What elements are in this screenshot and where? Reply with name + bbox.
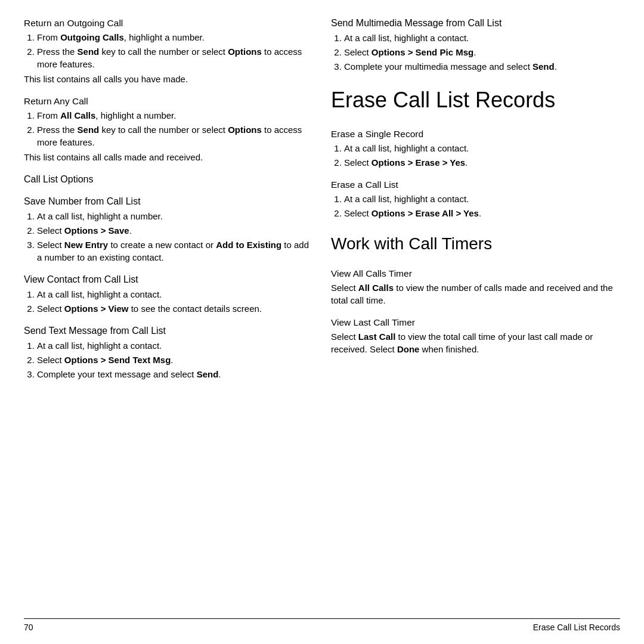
list-item: Select Options > Save.: [37, 224, 313, 237]
list-item: Select New Entry to create a new contact…: [37, 239, 313, 264]
list-item: At a call list, highlight a contact.: [344, 193, 620, 205]
footer: 70 Erase Call List Records: [24, 618, 620, 632]
footer-page-number: 70: [24, 623, 33, 632]
section-save-number: Save Number from Call List At a call lis…: [24, 196, 313, 266]
list-item: Select Options > View to see the contact…: [37, 302, 313, 315]
list-item: From Outgoing Calls, highlight a number.: [37, 31, 313, 44]
section-view-all-timer: View All Calls Timer Select All Calls to…: [331, 268, 620, 309]
list-item: Select Options > Send Pic Msg.: [344, 46, 620, 58]
return-outgoing-heading: Return an Outgoing Call: [24, 18, 313, 29]
section-send-multimedia: Send Multimedia Message from Call List A…: [331, 18, 620, 75]
view-all-timer-text: Select All Calls to view the number of c…: [331, 281, 620, 306]
list-item: Select Options > Erase > Yes.: [344, 156, 620, 169]
send-multimedia-list: At a call list, highlight a contact. Sel…: [344, 32, 620, 73]
return-outgoing-note: This list contains all calls you have ma…: [24, 73, 313, 85]
content-area: Return an Outgoing Call From Outgoing Ca…: [24, 18, 620, 612]
save-number-list: At a call list, highlight a number. Sele…: [37, 210, 313, 264]
list-item: From All Calls, highlight a number.: [37, 109, 313, 122]
view-contact-list: At a call list, highlight a contact. Sel…: [37, 288, 313, 315]
return-any-list: From All Calls, highlight a number. Pres…: [37, 109, 313, 148]
right-column: Send Multimedia Message from Call List A…: [331, 18, 620, 612]
list-item: At a call list, highlight a contact.: [344, 32, 620, 44]
page-container: Return an Outgoing Call From Outgoing Ca…: [0, 0, 644, 644]
section-erase-heading: Erase Call List Records: [331, 83, 620, 120]
list-item: At a call list, highlight a contact.: [37, 288, 313, 301]
erase-call-list-heading: Erase Call List Records: [331, 88, 620, 112]
list-item: Press the Send key to call the number or…: [37, 45, 313, 70]
erase-list-heading: Erase a Call List: [331, 179, 620, 190]
section-return-outgoing: Return an Outgoing Call From Outgoing Ca…: [24, 18, 313, 88]
send-text-heading: Send Text Message from Call List: [24, 326, 313, 336]
erase-single-heading: Erase a Single Record: [331, 129, 620, 140]
list-item: Complete your multimedia message and sel…: [344, 60, 620, 73]
work-call-timers-heading: Work with Call Timers: [331, 235, 620, 253]
list-item: Complete your text message and select Se…: [37, 368, 313, 380]
save-number-heading: Save Number from Call List: [24, 196, 313, 207]
view-last-timer-text: Select Last Call to view the total call …: [331, 330, 620, 355]
call-list-options-heading: Call List Options: [24, 174, 313, 185]
list-item: Select Options > Send Text Msg.: [37, 354, 313, 366]
list-item: Press the Send key to call the number or…: [37, 123, 313, 148]
left-column: Return an Outgoing Call From Outgoing Ca…: [24, 18, 313, 612]
send-text-list: At a call list, highlight a contact. Sel…: [37, 339, 313, 380]
list-item: At a call list, highlight a number.: [37, 210, 313, 222]
erase-single-list: At a call list, highlight a contact. Sel…: [344, 142, 620, 169]
send-multimedia-heading: Send Multimedia Message from Call List: [331, 18, 620, 29]
section-erase-single: Erase a Single Record At a call list, hi…: [331, 129, 620, 171]
list-item: At a call list, highlight a contact.: [37, 339, 313, 352]
section-erase-list: Erase a Call List At a call list, highli…: [331, 179, 620, 222]
view-contact-heading: View Contact from Call List: [24, 274, 313, 285]
section-view-contact: View Contact from Call List At a call li…: [24, 274, 313, 317]
section-view-last-timer: View Last Call Timer Select Last Call to…: [331, 317, 620, 358]
list-item: Select Options > Erase All > Yes.: [344, 207, 620, 219]
view-last-timer-heading: View Last Call Timer: [331, 317, 620, 328]
return-outgoing-list: From Outgoing Calls, highlight a number.…: [37, 31, 313, 70]
return-any-note: This list contains all calls made and re…: [24, 151, 313, 163]
section-return-any: Return Any Call From All Calls, highligh…: [24, 96, 313, 166]
section-call-list-options: Call List Options: [24, 174, 313, 188]
return-any-heading: Return Any Call: [24, 96, 313, 107]
list-item: At a call list, highlight a contact.: [344, 142, 620, 154]
footer-section-label: Erase Call List Records: [533, 623, 620, 632]
view-all-timer-heading: View All Calls Timer: [331, 268, 620, 279]
erase-list-list: At a call list, highlight a contact. Sel…: [344, 193, 620, 219]
section-send-text: Send Text Message from Call List At a ca…: [24, 326, 313, 383]
section-work-heading: Work with Call Timers: [331, 230, 620, 261]
